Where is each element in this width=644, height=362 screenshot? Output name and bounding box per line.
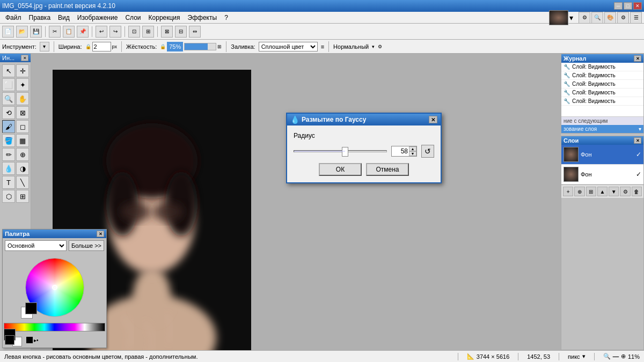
- tool-recolor[interactable]: 💧: [2, 162, 15, 175]
- tool-fill[interactable]: 🪣: [2, 134, 15, 147]
- width-lock-icon[interactable]: 🔒: [85, 44, 91, 49]
- layer-properties-button[interactable]: ⚙: [620, 187, 630, 196]
- layer-item-2[interactable]: Фон ✓: [561, 165, 643, 184]
- palette-close-button[interactable]: ✕: [97, 231, 104, 237]
- slider-thumb[interactable]: [342, 147, 348, 157]
- tool-selection-shapes[interactable]: ⊞: [16, 190, 29, 203]
- tool-line[interactable]: ╲: [16, 176, 29, 189]
- dialog-ok-button[interactable]: ОК: [319, 163, 362, 176]
- radius-reset-button[interactable]: ↺: [421, 145, 434, 158]
- palette-mode-select[interactable]: Основной: [5, 240, 67, 251]
- fill-extra-icon[interactable]: ≡: [321, 43, 324, 50]
- zoom-out-icon[interactable]: 🔍: [603, 353, 611, 360]
- radius-slider[interactable]: [294, 150, 387, 152]
- layer-item-1[interactable]: Фон ✓: [561, 145, 643, 165]
- width-input[interactable]: [92, 42, 111, 51]
- paste-button[interactable]: 📌: [77, 26, 89, 38]
- journal-item-1[interactable]: 🔧 Слой: Видимость: [561, 63, 643, 71]
- primary-color-box[interactable]: [25, 302, 37, 314]
- swatch-black[interactable]: [26, 337, 33, 343]
- tool-pan[interactable]: ✋: [16, 92, 29, 105]
- blend-settings-icon[interactable]: ⚙: [378, 44, 382, 49]
- radius-value-input[interactable]: 58: [392, 147, 409, 155]
- zoom-in-icon[interactable]: ⊕: [621, 353, 626, 360]
- move-layer-down-button[interactable]: ▼: [609, 187, 619, 196]
- menu-edit[interactable]: Правка: [26, 13, 54, 23]
- layers-close-button[interactable]: ✕: [634, 137, 641, 144]
- menu-image[interactable]: Изображение: [74, 13, 121, 23]
- menu-effects[interactable]: Эффекты: [185, 13, 221, 23]
- menu-view[interactable]: Вид: [55, 13, 73, 23]
- menu-layers[interactable]: Слои: [122, 13, 144, 23]
- maximize-button[interactable]: □: [624, 2, 632, 10]
- journal-item-2[interactable]: 🔧 Слой: Видимость: [561, 71, 643, 80]
- delete-layer-button[interactable]: 🗑: [632, 187, 642, 196]
- tool-panel-close[interactable]: ✕: [21, 55, 28, 61]
- tool-select-arrow[interactable]: ▾: [40, 42, 49, 51]
- tool-move[interactable]: ✛: [16, 64, 29, 77]
- save-button[interactable]: 💾: [30, 26, 42, 38]
- tool-shapes[interactable]: ⬡: [2, 190, 15, 203]
- unit-dropdown[interactable]: ▾: [582, 353, 586, 360]
- radius-decrement[interactable]: ▼: [409, 151, 416, 156]
- menu-help[interactable]: ?: [221, 13, 231, 23]
- open-button[interactable]: 📂: [16, 26, 28, 38]
- dialog-title-bar[interactable]: 💧 Размытие по Гауссу ✕: [287, 114, 441, 125]
- palette-more-button[interactable]: Больше >>: [69, 240, 104, 251]
- gear-icon[interactable]: ⚙: [617, 12, 629, 24]
- tool-eraser[interactable]: ◻: [16, 120, 29, 133]
- tool-pencil[interactable]: ✏: [2, 148, 15, 161]
- cut-button[interactable]: ✂: [49, 26, 61, 38]
- crop-button[interactable]: ⊠: [161, 26, 173, 38]
- layer-visibility-1[interactable]: ✓: [636, 151, 641, 158]
- zoom-slider[interactable]: ─: [613, 352, 619, 361]
- move-layer-up-button[interactable]: ▲: [597, 187, 608, 196]
- duplicate-layer-button[interactable]: ⊕: [574, 187, 584, 196]
- foreground-color[interactable]: [5, 335, 14, 345]
- settings-icon[interactable]: ⚙: [579, 12, 590, 24]
- dialog-close-button[interactable]: ✕: [429, 116, 437, 123]
- color-icon[interactable]: 🎨: [604, 12, 616, 24]
- resize-button[interactable]: ⊟: [175, 26, 187, 38]
- tool-zoom[interactable]: 🔍: [2, 92, 15, 105]
- tool-dodge[interactable]: ◑: [16, 162, 29, 175]
- color-extra-icon[interactable]: •: [36, 337, 39, 343]
- canvas-area[interactable]: 💧 Размытие по Гауссу ✕ Радиус 58: [31, 54, 561, 350]
- add-layer-button[interactable]: +: [563, 187, 573, 196]
- journal-close-button[interactable]: ✕: [634, 55, 641, 62]
- close-button[interactable]: ✕: [633, 2, 642, 10]
- journal-item-4[interactable]: 🔧 Слой: Видимость: [561, 88, 643, 97]
- blend-dropdown-icon[interactable]: ▾: [372, 44, 375, 49]
- hardness-lock-icon[interactable]: 🔒: [160, 44, 166, 49]
- deselect-button[interactable]: ⊡: [128, 26, 140, 38]
- journal-item-5[interactable]: 🔧 Слой: Видимость: [561, 97, 643, 106]
- minimize-button[interactable]: ─: [614, 2, 623, 10]
- more-icon[interactable]: ☰: [630, 12, 642, 24]
- tool-text[interactable]: T: [2, 176, 15, 189]
- tool-select[interactable]: ↖: [2, 64, 15, 77]
- new-button[interactable]: 📄: [2, 26, 14, 38]
- layer-visibility-2[interactable]: ✓: [636, 171, 641, 178]
- tool-crop[interactable]: ⊠: [16, 106, 29, 119]
- zoom-icon[interactable]: 🔍: [591, 12, 603, 24]
- thumbnail-dropdown[interactable]: ▾: [569, 13, 573, 22]
- dialog-cancel-button[interactable]: Отмена: [366, 163, 409, 176]
- title-controls[interactable]: ─ □ ✕: [614, 2, 642, 10]
- merge-layer-button[interactable]: ⊞: [586, 187, 596, 196]
- invert-select-button[interactable]: ⊞: [142, 26, 154, 38]
- opacity-value[interactable]: 75%: [167, 42, 183, 51]
- color-swatches-bar[interactable]: [4, 323, 105, 331]
- menu-adjustments[interactable]: Коррекция: [145, 13, 184, 23]
- journal-item-3[interactable]: 🔧 Слой: Видимость: [561, 80, 643, 88]
- tool-paintbrush[interactable]: 🖌: [2, 120, 15, 133]
- color-wheel-cursor[interactable]: [52, 285, 57, 290]
- copy-button[interactable]: 📋: [63, 26, 75, 38]
- tool-rotate[interactable]: ⟲: [2, 106, 15, 119]
- tool-magic-wand[interactable]: ✦: [16, 78, 29, 91]
- undo-button[interactable]: ↩: [96, 26, 107, 38]
- tool-clone[interactable]: ⊕: [16, 148, 29, 161]
- flip-button[interactable]: ⇔: [189, 26, 201, 38]
- redo-button[interactable]: ↪: [109, 26, 121, 38]
- tool-lasso[interactable]: ⬜: [2, 78, 15, 91]
- opacity-expand-icon[interactable]: ⊞: [217, 44, 222, 49]
